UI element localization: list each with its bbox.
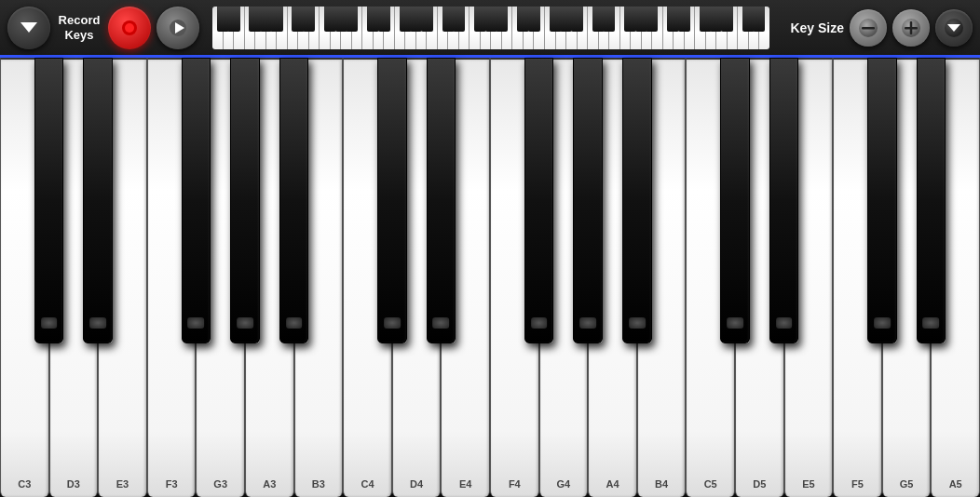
record-button[interactable]: [108, 7, 151, 49]
mini-keyboard-display: [212, 7, 769, 49]
black-key-as4[interactable]: [622, 58, 652, 343]
svg-point-2: [125, 23, 134, 33]
key-size-decrease-button[interactable]: [850, 9, 887, 47]
black-key-cs3[interactable]: [34, 58, 64, 343]
piano-keyboard: C3D3E3F3G3A3B3C4D4E4F4G4A4B4C5D5E5F5G5A5: [0, 58, 980, 497]
black-key-as3[interactable]: [279, 58, 309, 343]
key-size-increase-button[interactable]: [892, 9, 930, 47]
black-key-gs4[interactable]: [573, 58, 603, 343]
record-keys-label: Record Keys: [59, 13, 101, 42]
key-size-scroll-button[interactable]: [935, 9, 973, 47]
black-key-fs3[interactable]: [182, 58, 211, 343]
black-key-gs5[interactable]: [917, 58, 946, 343]
svg-marker-0: [20, 22, 37, 33]
black-key-gs3[interactable]: [230, 58, 260, 343]
black-key-ds3[interactable]: [83, 58, 113, 343]
toolbar: Record Keys Key Size: [0, 0, 980, 58]
black-key-cs5[interactable]: [720, 58, 750, 343]
black-key-ds5[interactable]: [769, 58, 799, 343]
black-key-ds4[interactable]: [427, 58, 456, 343]
key-size-label: Key Size: [790, 20, 844, 35]
play-button[interactable]: [157, 7, 199, 49]
svg-rect-9: [910, 21, 913, 34]
svg-rect-6: [862, 27, 875, 30]
black-key-cs4[interactable]: [377, 58, 407, 343]
black-key-fs5[interactable]: [867, 58, 897, 343]
black-key-fs4[interactable]: [524, 58, 554, 343]
scroll-down-button[interactable]: [7, 7, 50, 49]
